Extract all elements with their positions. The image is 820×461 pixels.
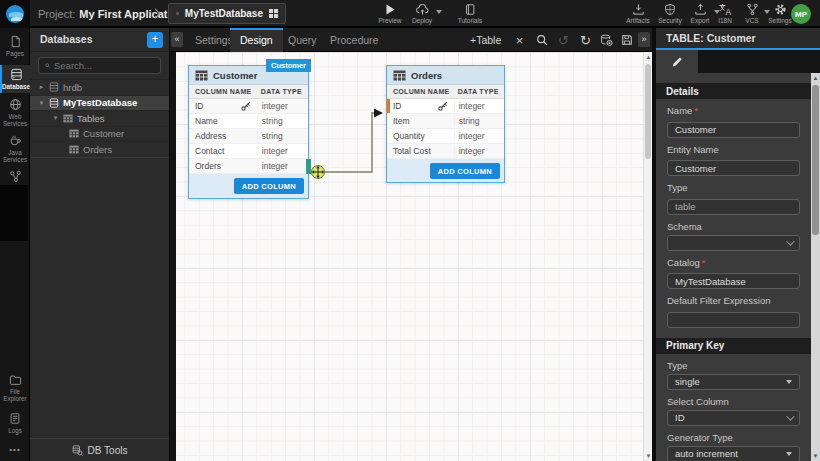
type-input[interactable] (667, 199, 800, 215)
scroll-up-arrow[interactable]: ▲ (811, 75, 820, 81)
add-database-button[interactable]: + (147, 32, 163, 48)
column-row[interactable]: Item string (387, 114, 504, 129)
search-input[interactable] (54, 60, 154, 71)
security-button[interactable]: Security (654, 3, 686, 24)
app-logo[interactable] (0, 0, 30, 28)
coffee-cup-icon (9, 134, 22, 147)
upload-icon (694, 3, 707, 16)
properties-panel-title: TABLE: Customer (656, 28, 820, 50)
field-default-filter: Default Filter Expression (667, 295, 800, 328)
scrollbar-thumb[interactable] (812, 85, 819, 235)
default-filter-input[interactable] (667, 312, 800, 328)
schema-select[interactable] (667, 235, 800, 251)
properties-vertical-scrollbar[interactable]: ▲ ▼ (811, 73, 820, 461)
column-row[interactable]: Name string (189, 114, 308, 129)
tutorials-button[interactable]: Tutorials (454, 3, 486, 24)
add-column-button[interactable]: ADD COLUMN (234, 178, 304, 194)
table-card-header[interactable]: Orders (387, 66, 504, 85)
table-card-orders[interactable]: Orders COLUMN NAME DATA TYPE ID integer … (386, 65, 505, 183)
preview-button[interactable]: Preview (374, 3, 406, 24)
tab-procedure[interactable]: Procedure (320, 28, 388, 52)
tree-item-customer[interactable]: Customer (30, 127, 169, 143)
field-pk-generator-type: Generator Type auto increment (667, 432, 800, 461)
column-row[interactable]: Orders integer (189, 159, 308, 174)
add-table-button[interactable]: +Table (470, 28, 501, 52)
nav-databases[interactable]: Databases (0, 65, 30, 93)
entity-name-input[interactable] (667, 160, 800, 176)
caret-down-icon[interactable]: ▾ (52, 114, 59, 122)
artifacts-button[interactable]: Artifacts (622, 3, 654, 24)
nav-file-explorer[interactable]: File Explorer (0, 374, 30, 402)
nav-logs[interactable]: Logs (0, 412, 30, 434)
database-workspace-tab[interactable]: MyTestDatabase (168, 3, 286, 24)
update-database-icon[interactable] (598, 32, 615, 48)
section-primary-key: Primary Key (656, 338, 811, 354)
tab-edit[interactable] (656, 50, 698, 73)
column-header-row: COLUMN NAME DATA TYPE (189, 85, 308, 99)
close-icon[interactable]: × (511, 32, 528, 48)
relation-drag-handle[interactable] (306, 159, 311, 174)
catalog-input[interactable] (667, 273, 800, 289)
table-icon (69, 129, 79, 138)
undo-icon[interactable]: ↺ (555, 32, 572, 48)
tree-item-hrdb[interactable]: ▸ hrdb (30, 80, 169, 96)
scroll-down-arrow[interactable]: ▼ (811, 453, 820, 459)
section-details: Details (656, 83, 811, 99)
nav-java-services[interactable]: Java Services (0, 134, 30, 163)
tab-design[interactable]: Design (230, 28, 283, 52)
field-pk-type: Type single (667, 360, 800, 390)
i18n-button[interactable]: A I18N (712, 3, 738, 24)
scroll-up-arrow[interactable]: ▲ (644, 54, 652, 60)
deploy-button[interactable]: Deploy (406, 3, 438, 24)
pk-select-column-select[interactable]: ID (667, 410, 800, 426)
add-column-button[interactable]: ADD COLUMN (430, 163, 500, 179)
zoom-search-icon[interactable] (533, 32, 550, 48)
tree-item-orders[interactable]: Orders (30, 142, 169, 158)
caret-down-icon[interactable]: ▾ (38, 99, 45, 107)
api-nodes-icon (9, 170, 22, 183)
redo-icon[interactable]: ↻ (577, 32, 594, 48)
save-icon[interactable] (618, 32, 635, 48)
column-row-id[interactable]: ID integer (387, 99, 504, 114)
scrollbar-thumb[interactable] (645, 64, 651, 159)
database-icon (176, 8, 179, 19)
field-pk-select-column: Select Column ID (667, 396, 800, 426)
dropdown-arrow-icon (786, 380, 792, 384)
databases-panel: Databases + ▸ hrdb ▾ MyTestDatabase ▾ Ta… (30, 28, 170, 461)
schema-designer-canvas[interactable]: Customer Customer COLUMN NAME DATA TYPE … (170, 52, 652, 461)
field-type: Type (667, 182, 800, 215)
expand-panel-button[interactable]: » (638, 32, 650, 47)
column-row[interactable]: Quantity integer (387, 129, 504, 144)
column-row[interactable]: Address string (189, 129, 308, 144)
svg-text:A: A (726, 7, 732, 17)
nav-pages[interactable]: Pages (0, 35, 30, 57)
column-row-id[interactable]: ID integer (189, 99, 308, 114)
pk-generator-type-select[interactable]: auto increment (667, 446, 800, 461)
caret-right-icon[interactable]: ▸ (38, 83, 45, 91)
canvas-vertical-scrollbar[interactable]: ▲ ▼ (643, 52, 652, 461)
vcs-button[interactable]: VCS (738, 3, 766, 24)
left-nav-rail: Pages Databases Web Services Java Servic… (0, 28, 30, 461)
rail-overflow-menu[interactable]: ••• (0, 445, 30, 454)
page-icon (9, 35, 22, 48)
databases-panel-header: Databases + (30, 28, 169, 52)
tree-item-tables[interactable]: ▾ Tables (30, 111, 169, 127)
scroll-down-arrow[interactable]: ▼ (644, 453, 652, 459)
table-icon (195, 70, 208, 81)
column-row[interactable]: Contact integer (189, 144, 308, 159)
grid-view-icon[interactable] (269, 9, 278, 18)
folder-icon (9, 374, 22, 386)
user-avatar[interactable]: MP (791, 4, 811, 24)
table-name-badge: Customer (266, 59, 311, 72)
column-row[interactable]: Total Cost integer (387, 144, 504, 159)
database-search[interactable] (38, 57, 161, 74)
name-input[interactable] (667, 122, 800, 138)
table-card-customer[interactable]: Customer Customer COLUMN NAME DATA TYPE … (188, 65, 309, 199)
pk-type-select[interactable]: single (667, 374, 800, 390)
rail-spacer (0, 185, 28, 241)
nav-web-services[interactable]: Web Services (0, 98, 30, 127)
play-icon (384, 3, 396, 16)
tree-item-mytestdatabase[interactable]: ▾ MyTestDatabase (30, 96, 169, 112)
db-tools-button[interactable]: DB Tools (30, 438, 169, 461)
collapse-panel-button[interactable]: « (171, 32, 183, 47)
